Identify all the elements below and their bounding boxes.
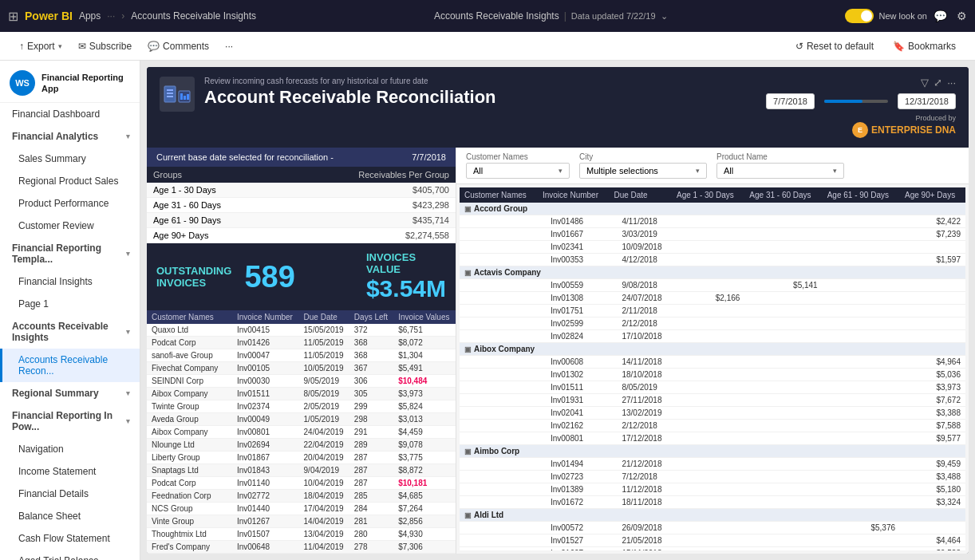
city-filter-select[interactable]: Multiple selections ▾ — [579, 163, 707, 179]
rec-due: 11/12/2018 — [609, 483, 672, 496]
date-slider[interactable] — [824, 100, 888, 103]
sidebar-item-navigation[interactable]: Navigation — [0, 438, 140, 460]
detail-customer: Snaptags Ltd — [147, 464, 232, 477]
customer-filter-arrow: ▾ — [559, 167, 562, 175]
sidebar-item-balance-sheet[interactable]: Balance Sheet — [0, 505, 140, 527]
rec-a3 — [823, 420, 900, 432]
rec-invoice: Inv00572 — [538, 522, 609, 534]
group-row[interactable]: ▣Aimbo Corp — [460, 445, 965, 458]
sidebar-item-aged-trial-balance[interactable]: Aged Trial Balance — [0, 550, 140, 560]
group-expand[interactable]: ▣Aibox Company — [460, 343, 965, 356]
detail-value: $10,181 — [393, 477, 456, 490]
rec-invoice: Inv02041 — [538, 407, 609, 420]
group-row[interactable]: ▣Accord Group — [460, 203, 965, 215]
topbar-icons: 💬 ⚙ — [934, 10, 967, 22]
sidebar: WS Financial Reporting App Financial Das… — [0, 61, 140, 560]
group-expand[interactable]: ▣Actavis Company — [460, 266, 965, 279]
sidebar-item-customer-review[interactable]: Customer Review — [0, 215, 140, 237]
rec-a4: $2,422 — [900, 215, 965, 228]
detail-value: $2,856 — [393, 515, 456, 528]
date-to-box[interactable]: 12/31/2018 — [898, 93, 956, 109]
rec-col-a2: Age 31 - 60 Days — [744, 187, 822, 203]
table-row: NCS Group Inv01440 17/04/2019 284 $7,264 — [147, 503, 456, 515]
rec-a1 — [672, 496, 744, 509]
detail-table: Customer Names Invoice Number Due Date D… — [147, 310, 456, 554]
rec-customer — [460, 369, 538, 381]
bookmarks-button[interactable]: 🔖 Bookmarks — [886, 37, 962, 55]
svg-rect-5 — [180, 93, 183, 100]
rec-due: 9/08/2018 — [609, 279, 672, 292]
detail-due: 13/04/2019 — [299, 528, 349, 541]
sidebar-item-sales-summary[interactable]: Sales Summary — [0, 148, 140, 170]
group-value: $435,714 — [282, 213, 456, 228]
city-filter-arrow: ▾ — [696, 167, 700, 175]
sidebar-item-income-statement[interactable]: Income Statement — [0, 460, 140, 483]
rec-a1 — [672, 254, 744, 266]
reset-button[interactable]: ↺ Reset to default — [789, 37, 880, 55]
more-options-icon[interactable]: ··· — [947, 77, 956, 89]
table-row: Thoughtmix Ltd Inv01507 13/04/2019 280 $… — [147, 528, 456, 541]
sidebar-item-label: Sales Summary — [18, 153, 86, 164]
receivables-table-wrapper[interactable]: Customer Names Invoice Number Due Date A… — [460, 187, 965, 550]
sidebar-item-financial-analytics[interactable]: Financial Analytics ▾ — [0, 125, 140, 148]
rec-a3 — [823, 471, 900, 483]
sidebar-item-accounts-receivable-insights[interactable]: Accounts Receivable Insights ▾ — [0, 315, 140, 349]
group-value: $2,274,558 — [282, 228, 456, 243]
group-row[interactable]: ▣Aibox Company — [460, 343, 965, 356]
group-expand[interactable]: ▣Aimbo Corp — [460, 445, 965, 458]
value-invoices-label: INVOICES — [366, 251, 446, 263]
sidebar-item-financial-reporting-in-pow[interactable]: Financial Reporting In Pow... ▾ — [0, 404, 140, 438]
sidebar-item-financial-insights[interactable]: Financial Insights — [0, 270, 140, 293]
rec-customer — [460, 241, 538, 254]
group-row[interactable]: ▣Actavis Company — [460, 266, 965, 279]
chevron-down-icon: ▾ — [126, 389, 130, 397]
export-button[interactable]: ↑ Export ▾ — [13, 37, 69, 55]
chevron-down-icon: ▾ — [126, 250, 130, 258]
data-update-chevron[interactable]: ⌄ — [661, 11, 668, 22]
group-expand[interactable]: ▣Aldi Ltd — [460, 509, 965, 522]
filter-icon[interactable]: ▽ — [921, 77, 929, 89]
chevron-down-icon: ▾ — [126, 417, 130, 425]
chevron-down-icon: ▾ — [126, 132, 130, 140]
sidebar-item-product-performance[interactable]: Product Performance — [0, 192, 140, 215]
enterprise-label: ENTERPRISE DNA — [871, 124, 956, 136]
product-filter-value: All — [724, 166, 733, 175]
product-filter-select[interactable]: All ▾ — [716, 163, 844, 179]
comments-button[interactable]: 💬 Comments — [141, 37, 215, 55]
detail-col-days: Days Left — [349, 310, 393, 324]
sidebar-item-accounts-receivable-recon[interactable]: Accounts Receivable Recon... — [0, 349, 140, 382]
detail-table-wrapper[interactable]: Customer Names Invoice Number Due Date D… — [147, 310, 456, 554]
groups-table: Groups Receivables Per Group Age 1 - 30 … — [147, 167, 456, 243]
sidebar-item-financial-reporting-templates[interactable]: Financial Reporting Templa... ▾ — [0, 237, 140, 270]
detail-value: $4,685 — [393, 490, 456, 503]
rec-a2 — [744, 215, 822, 228]
rec-a4: $5,036 — [900, 369, 965, 381]
detail-value: $7,264 — [393, 503, 456, 515]
more-button[interactable]: ··· — [219, 37, 239, 55]
settings-icon[interactable]: ⚙ — [957, 10, 967, 22]
group-row[interactable]: ▣Aldi Ltd — [460, 509, 965, 522]
date-from-box[interactable]: 7/7/2018 — [766, 93, 815, 109]
sidebar-item-cash-flow-statement[interactable]: Cash Flow Statement — [0, 527, 140, 550]
sidebar-item-page-1[interactable]: Page 1 — [0, 293, 140, 315]
sidebar-item-label: Financial Reporting In Pow... — [12, 410, 126, 432]
rec-due: 13/02/2019 — [609, 407, 672, 420]
topbar: ⊞ Power BI Apps ··· › Accounts Receivabl… — [0, 0, 975, 32]
chat-icon[interactable]: 💬 — [934, 10, 947, 22]
topbar-apps[interactable]: Apps — [79, 10, 101, 22]
rec-a3 — [823, 292, 900, 305]
sidebar-item-financial-details[interactable]: Financial Details — [0, 483, 140, 505]
expand-icon[interactable]: ⤢ — [934, 77, 942, 89]
sidebar-item-regional-summary[interactable]: Regional Summary ▾ — [0, 382, 140, 404]
sidebar-item-regional-product-sales[interactable]: Regional Product Sales — [0, 170, 140, 192]
customer-filter-select[interactable]: All ▾ — [466, 163, 570, 179]
sidebar-item-financial-dashboard[interactable]: Financial Dashboard — [0, 103, 140, 125]
table-row: Age 90+ Days$2,274,558 — [147, 228, 456, 243]
receivables-table: Customer Names Invoice Number Due Date A… — [460, 187, 965, 550]
group-expand[interactable]: ▣Accord Group — [460, 203, 965, 215]
report-card: Review incoming cash forecasts for any h… — [147, 67, 969, 554]
grid-icon[interactable]: ⊞ — [8, 9, 18, 24]
subscribe-button[interactable]: ✉ Subscribe — [72, 37, 138, 55]
new-look-toggle[interactable] — [845, 9, 874, 23]
rec-a1 — [672, 215, 744, 228]
